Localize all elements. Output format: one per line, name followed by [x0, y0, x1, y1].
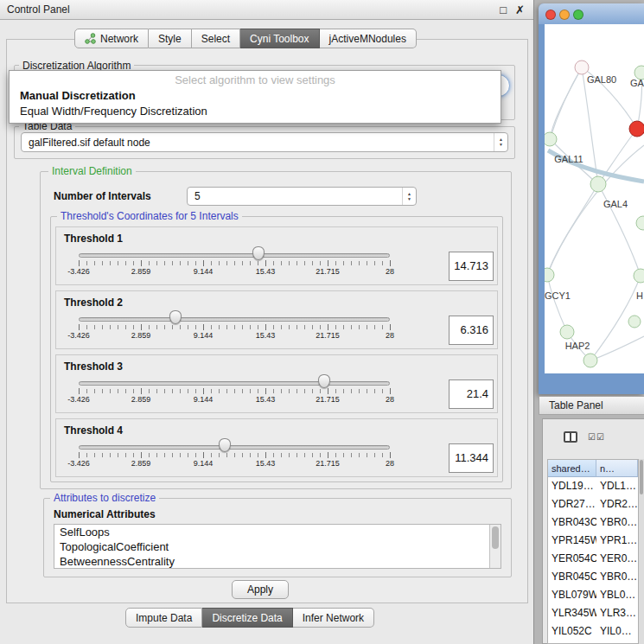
network-node[interactable]: [583, 354, 597, 367]
network-edge[interactable]: [598, 184, 641, 276]
slider-scale-label: 28: [386, 459, 394, 468]
minimize-button[interactable]: [559, 10, 570, 20]
attributes-scrollbar[interactable]: [489, 525, 501, 568]
threshold-value-field[interactable]: 11.344: [449, 443, 494, 473]
table-data-combobox[interactable]: galFiltered.sif default node ▲ ▼: [21, 132, 508, 152]
network-node[interactable]: [545, 132, 557, 146]
network-node[interactable]: [545, 268, 554, 282]
column-header-shared-name[interactable]: shared…: [548, 460, 596, 477]
table-row[interactable]: YIL052CYIL0…: [548, 622, 638, 641]
network-node-label: GAL11: [554, 154, 583, 164]
network-edge[interactable]: [550, 67, 582, 139]
slider-scale-label: 15.43: [256, 459, 276, 468]
slider-ticks: [79, 453, 391, 457]
network-node[interactable]: [629, 121, 644, 137]
table-cell: YIL052C: [548, 622, 596, 641]
tab-impute-data[interactable]: Impute Data: [125, 608, 202, 628]
tab-cyni-toolbox[interactable]: Cyni Toolbox: [240, 29, 319, 48]
network-node[interactable]: [560, 325, 574, 339]
threshold-slider-thumb[interactable]: [252, 246, 265, 260]
threshold-value-field[interactable]: 6.316: [449, 316, 494, 345]
slider-scale-label: 15.43: [256, 267, 276, 276]
network-edge[interactable]: [547, 184, 598, 275]
algorithm-dropdown-popup: Select algorithm to view settings Manual…: [9, 70, 501, 124]
threshold-slider-track[interactable]: [79, 317, 390, 322]
window-title: Control Panel: [0, 3, 70, 16]
column-header-name[interactable]: n…: [596, 460, 638, 477]
stepper-icon[interactable]: ▲ ▼: [494, 133, 507, 151]
network-canvas[interactable]: GAL80GAGAL11GAL4GCY1HHAP2: [545, 24, 644, 373]
dropdown-option-equal-width-frequency[interactable]: Equal Width/Frequency Discretization: [10, 104, 501, 119]
tab-style[interactable]: Style: [149, 29, 192, 48]
columns-icon[interactable]: [564, 431, 577, 443]
attribute-item[interactable]: BetweennessCentrality: [54, 554, 501, 569]
network-node[interactable]: [590, 176, 606, 192]
table-body: YDL19…YDL1…YDR27…YDR2…YBR043CYBR0…YPR145…: [548, 477, 638, 641]
threshold-slider-track[interactable]: [79, 381, 390, 386]
node-table[interactable]: shared… n… YDL19…YDL1…YDR27…YDR2…YBR043C…: [547, 459, 639, 644]
apply-button[interactable]: Apply: [232, 580, 289, 599]
close-button[interactable]: [545, 10, 556, 20]
threshold-slider-thumb[interactable]: [169, 310, 182, 324]
thresholds-group-title: Threshold's Coordinates for 5 Intervals: [57, 210, 242, 222]
table-cell: YBR0…: [596, 513, 638, 532]
table-panel-toolbar: ☑☑: [543, 419, 644, 454]
zoom-button[interactable]: [573, 10, 583, 20]
table-cell: YBR043C: [548, 513, 596, 532]
threshold-slider-track[interactable]: [79, 445, 390, 450]
table-row[interactable]: YDR27…YDR2…: [548, 495, 638, 513]
threshold-panel: Threshold 3 -3.4262.8599.14415.4321.7152…: [55, 354, 498, 413]
slider-ticks: [79, 261, 391, 265]
table-row[interactable]: YBR043CYBR0…: [548, 513, 638, 532]
table-scrollbar[interactable]: [638, 459, 644, 644]
tab-jactivemnodules[interactable]: jActiveMNodules: [320, 29, 417, 48]
slider-scale-label: 9.144: [194, 459, 214, 468]
table-panel-title: Table Panel: [539, 399, 603, 411]
network-node-label: GCY1: [545, 290, 571, 301]
slider-scale-label: 9.144: [194, 331, 214, 340]
number-of-intervals-combobox[interactable]: 5 ▲ ▼: [187, 187, 417, 206]
table-panel-titlebar[interactable]: Table Panel: [539, 396, 644, 415]
threshold-value-field[interactable]: 14.713: [449, 252, 494, 281]
attributes-listbox[interactable]: SelfLoopsTopologicalCoefficientBetweenne…: [54, 524, 501, 569]
tab-discretize-data[interactable]: Discretize Data: [202, 608, 292, 628]
select-columns-icon[interactable]: ☑☑: [588, 432, 605, 442]
tab-infer-network[interactable]: Infer Network: [293, 608, 374, 628]
slider-scale-label: 21.715: [316, 459, 340, 468]
table-row[interactable]: YPR145WYPR1…: [548, 532, 638, 550]
network-window-titlebar[interactable]: [539, 3, 644, 24]
float-window-icon[interactable]: □: [500, 3, 507, 16]
network-edge[interactable]: [550, 67, 582, 139]
threshold-list: Threshold 1 -3.4262.8599.14415.4321.7152…: [55, 226, 498, 482]
close-window-icon[interactable]: ✗: [515, 3, 525, 16]
attribute-item[interactable]: TopologicalCoefficient: [54, 539, 501, 554]
slider-scale-label: -3.426: [67, 459, 90, 468]
threshold-slider-thumb[interactable]: [219, 438, 231, 452]
table-row[interactable]: YLR345WYLR3…: [548, 604, 638, 622]
network-icon: [85, 33, 96, 44]
control-panel-titlebar[interactable]: Control Panel □ ✗: [0, 0, 533, 20]
table-cell: YBL079W: [548, 586, 596, 604]
threshold-label: Threshold 2: [64, 296, 123, 309]
threshold-value-field[interactable]: 21.4: [449, 379, 494, 409]
network-edge[interactable]: [547, 275, 567, 332]
attribute-item[interactable]: SelfLoops: [54, 525, 501, 539]
table-row[interactable]: YBL079WYBL0…: [548, 586, 638, 604]
network-edge[interactable]: [590, 336, 644, 360]
tab-select[interactable]: Select: [192, 29, 240, 48]
table-row[interactable]: YBR045CYBR0…: [548, 568, 638, 586]
network-node[interactable]: [634, 269, 644, 283]
threshold-slider-track[interactable]: [79, 253, 390, 258]
network-node[interactable]: [636, 216, 644, 230]
threshold-slider-thumb[interactable]: [318, 374, 330, 388]
slider-scale: -3.4262.8599.14415.4321.71528: [56, 331, 497, 341]
stepper-icon[interactable]: ▲ ▼: [402, 188, 416, 205]
table-cell: YLR3…: [596, 604, 638, 622]
table-row[interactable]: YDL19…YDL1…: [548, 477, 638, 495]
table-row[interactable]: YER054CYER0…: [548, 550, 638, 568]
network-node[interactable]: [628, 316, 641, 328]
slider-scale-label: 28: [386, 331, 394, 340]
network-node[interactable]: [575, 61, 589, 74]
dropdown-option-manual-discretization[interactable]: Manual Discretization: [10, 88, 501, 104]
tab-network[interactable]: Network: [74, 29, 149, 48]
